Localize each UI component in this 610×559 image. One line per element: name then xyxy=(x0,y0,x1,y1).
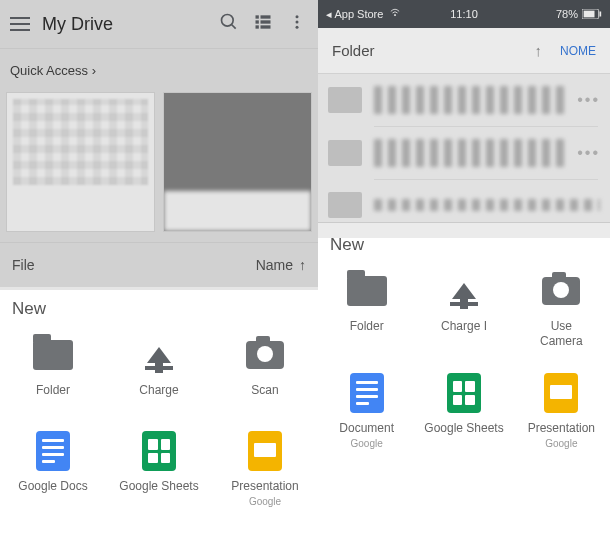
sort-arrow-icon[interactable]: ↑ xyxy=(535,42,543,59)
folder-title: Folder xyxy=(332,42,375,59)
svg-rect-5 xyxy=(261,20,271,23)
page-title: My Drive xyxy=(42,14,206,35)
folder-icon xyxy=(33,337,73,373)
svg-point-8 xyxy=(296,15,299,18)
svg-rect-14 xyxy=(600,12,602,17)
new-docs-button[interactable]: Document Google xyxy=(318,371,415,453)
file-sort-bar: File Name ↑ xyxy=(0,242,318,287)
list-view-icon[interactable] xyxy=(252,12,274,36)
file-thumb-icon xyxy=(328,87,362,113)
file-name-blurred xyxy=(374,139,565,167)
svg-point-11 xyxy=(395,14,396,15)
camera-icon xyxy=(245,337,285,373)
left-header: My Drive xyxy=(0,0,318,48)
search-icon[interactable] xyxy=(218,12,240,36)
sheet-row: Document Google Google Sheets Presentati… xyxy=(318,363,610,463)
slides-icon xyxy=(245,433,285,469)
svg-rect-13 xyxy=(584,11,595,18)
file-name-blurred xyxy=(374,199,600,211)
sort-name-button[interactable]: NOME xyxy=(560,44,596,58)
upload-icon xyxy=(139,337,179,373)
file-name-blurred xyxy=(374,86,565,114)
sort-label[interactable]: Name xyxy=(256,257,293,273)
new-sheets-button[interactable]: Google Sheets xyxy=(106,429,212,511)
file-list: ••• ••• xyxy=(318,74,610,222)
sheet-title: New xyxy=(0,287,318,325)
new-bottom-sheet-right: New Folder Charge I Use Camera Document xyxy=(318,222,610,463)
quick-access-label[interactable]: Quick Access › xyxy=(0,48,318,92)
svg-rect-7 xyxy=(261,25,271,28)
svg-point-9 xyxy=(296,21,299,24)
sheet-row: Folder Charge I Use Camera xyxy=(318,261,610,363)
list-item[interactable] xyxy=(318,180,610,222)
docs-icon xyxy=(33,433,73,469)
ios-status-bar: ◂ App Store 11:10 78% xyxy=(318,0,610,28)
new-folder-button[interactable]: Folder xyxy=(0,333,106,411)
sheets-icon xyxy=(139,433,179,469)
slides-icon xyxy=(541,375,581,411)
folder-icon xyxy=(347,273,387,309)
menu-icon[interactable] xyxy=(10,17,30,31)
new-docs-button[interactable]: Google Docs xyxy=(0,429,106,511)
upload-icon xyxy=(444,273,484,309)
file-label: File xyxy=(12,257,35,273)
svg-rect-2 xyxy=(256,15,259,18)
scan-button[interactable]: Scan xyxy=(212,333,318,411)
new-bottom-sheet-left: New Folder Charge Scan Google Docs xyxy=(0,287,318,521)
use-camera-button[interactable]: Use Camera xyxy=(513,269,610,353)
quick-access-thumbnails xyxy=(0,92,318,242)
file-thumb-icon xyxy=(328,192,362,218)
new-sheets-button[interactable]: Google Sheets xyxy=(415,371,512,453)
camera-icon xyxy=(541,273,581,309)
sheet-row: Google Docs Google Sheets Presentation G… xyxy=(0,421,318,521)
back-to-app[interactable]: ◂ App Store xyxy=(326,8,383,21)
upload-button[interactable]: Charge I xyxy=(415,269,512,353)
upload-button[interactable]: Charge xyxy=(106,333,212,411)
sort-arrow-icon[interactable]: ↑ xyxy=(299,257,306,273)
docs-icon xyxy=(347,375,387,411)
new-slides-button[interactable]: Presentation Google xyxy=(212,429,318,511)
new-folder-button[interactable]: Folder xyxy=(318,269,415,353)
thumbnail[interactable] xyxy=(6,92,155,232)
sheets-icon xyxy=(444,375,484,411)
battery-percent: 78% xyxy=(556,8,578,20)
android-drive-panel: My Drive Quick Access › File Name ↑ New … xyxy=(0,0,318,559)
list-item[interactable]: ••• xyxy=(318,74,610,126)
svg-rect-3 xyxy=(261,15,271,18)
new-slides-button[interactable]: Presentation Google xyxy=(513,371,610,453)
sheet-row: Folder Charge Scan xyxy=(0,325,318,421)
item-more-icon[interactable]: ••• xyxy=(577,91,600,109)
file-thumb-icon xyxy=(328,140,362,166)
right-header: Folder ↑ NOME xyxy=(318,28,610,74)
list-item[interactable]: ••• xyxy=(318,127,610,179)
item-more-icon[interactable]: ••• xyxy=(577,144,600,162)
thumbnail[interactable] xyxy=(163,92,312,232)
svg-line-1 xyxy=(232,25,236,29)
battery-icon xyxy=(582,9,602,19)
svg-rect-6 xyxy=(256,25,259,28)
wifi-icon xyxy=(389,8,401,20)
status-time: 11:10 xyxy=(450,8,478,20)
svg-point-0 xyxy=(222,15,234,27)
svg-point-10 xyxy=(296,26,299,29)
svg-rect-4 xyxy=(256,20,259,23)
more-icon[interactable] xyxy=(286,13,308,35)
ios-drive-panel: ◂ App Store 11:10 78% Folder ↑ NOME ••• … xyxy=(318,0,610,559)
sheet-title: New xyxy=(318,223,610,261)
